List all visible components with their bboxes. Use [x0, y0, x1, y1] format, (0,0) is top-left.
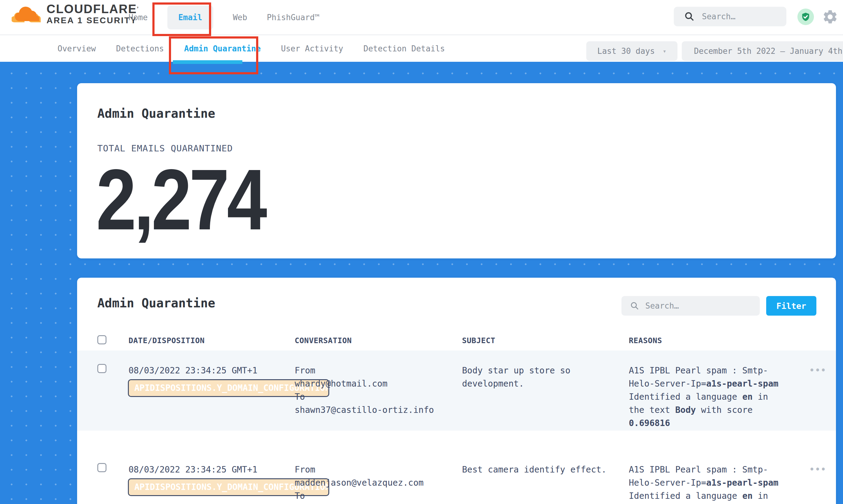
logo-text-line2: AREA 1 SECURITY	[47, 15, 139, 26]
tab-overview[interactable]: Overview	[57, 44, 96, 53]
row-checkbox[interactable]	[97, 463, 106, 472]
cell-conversation: Fromwhardy@hotmail.comToshawn37@castillo…	[295, 364, 462, 431]
total-quarantined-value: 2,274	[96, 157, 265, 243]
col-subject: SUBJECT	[462, 336, 629, 345]
summary-card-title: Admin Quarantine	[97, 106, 215, 121]
cell-subject: Best camera identify effect.	[462, 463, 629, 504]
shield-check-icon	[801, 12, 811, 22]
row-actions-icon[interactable]: •••	[810, 364, 827, 431]
quarantine-table-card: Admin Quarantine Filter DATE/DISPOSITION…	[77, 278, 836, 504]
date-range-text: December 5th 2022 — January 4th 2023	[694, 47, 843, 56]
settings-gear-icon[interactable]	[822, 8, 838, 25]
top-header: CLOUDFLARE’ AREA 1 SECURITY Home Email W…	[0, 0, 843, 35]
col-reasons: REASONS	[629, 336, 800, 345]
cell-date: 08/03/2022 23:34:25 GMT+1	[128, 364, 295, 431]
cell-reasons: A1S IPBL Pearl spam : Smtp-Helo-Server-I…	[629, 364, 800, 431]
filter-button[interactable]: Filter	[766, 296, 816, 316]
protection-status-badge[interactable]	[797, 8, 814, 25]
time-range-label: Last 30 days	[597, 47, 655, 56]
top-nav-phishguard[interactable]: PhishGuard™	[267, 13, 319, 22]
search-icon	[630, 301, 639, 310]
col-date-disposition: DATE/DISPOSITION	[128, 336, 295, 345]
cell-conversation: Frommaddenjason@velazquez.comTobradleyro…	[295, 463, 462, 504]
tab-detections[interactable]: Detections	[116, 44, 164, 53]
tab-user-activity[interactable]: User Activity	[281, 44, 343, 53]
row-checkbox[interactable]	[97, 364, 106, 373]
table-search-input[interactable]	[645, 301, 738, 311]
logo-text-line1: CLOUDFLARE’	[47, 2, 139, 15]
table-card-title: Admin Quarantine	[97, 296, 215, 310]
top-nav-home[interactable]: Home	[128, 13, 148, 22]
cloudflare-logo[interactable]: CLOUDFLARE’ AREA 1 SECURITY	[12, 2, 139, 26]
table-header-row: DATE/DISPOSITION CONVERSATION SUBJECT RE…	[77, 330, 836, 350]
table-search	[621, 296, 760, 316]
top-nav: Home Email Web PhishGuard™	[128, 0, 319, 35]
time-range-dropdown[interactable]: Last 30 days ▾	[586, 41, 678, 61]
top-nav-web[interactable]: Web	[233, 13, 247, 22]
table-row[interactable]: 08/03/2022 23:34:25 GMT+1 Frommaddenjaso…	[77, 447, 836, 504]
top-nav-email[interactable]: Email	[168, 5, 213, 29]
global-search-input[interactable]	[701, 12, 776, 21]
active-tab-underline	[173, 60, 242, 64]
select-all-checkbox[interactable]	[97, 335, 106, 344]
table-row[interactable]: 08/03/2022 23:34:25 GMT+1 Fromwhardy@hot…	[77, 350, 836, 431]
tab-admin-quarantine[interactable]: Admin Quarantine	[184, 44, 261, 53]
date-range-display[interactable]: December 5th 2022 — January 4th 2023	[682, 41, 843, 61]
summary-card: Admin Quarantine TOTAL EMAILS QUARANTINE…	[77, 83, 836, 258]
search-icon	[684, 11, 695, 22]
email-sub-nav: Overview Detections Admin Quarantine Use…	[0, 35, 843, 62]
cloudflare-cloud-icon	[12, 3, 42, 25]
page: CLOUDFLARE’ AREA 1 SECURITY Home Email W…	[0, 0, 843, 504]
chevron-down-icon: ▾	[663, 48, 666, 55]
col-conversation: CONVERSATION	[295, 336, 462, 345]
row-actions-icon[interactable]: •••	[810, 463, 827, 504]
sub-nav-tabs: Overview Detections Admin Quarantine Use…	[57, 35, 445, 62]
tab-detection-details[interactable]: Detection Details	[364, 44, 445, 53]
global-search	[674, 7, 786, 26]
cell-reasons: A1S IPBL Pearl spam : Smtp-Helo-Server-I…	[629, 463, 800, 504]
cell-subject: Body star up store sodevelopment.	[462, 364, 629, 431]
